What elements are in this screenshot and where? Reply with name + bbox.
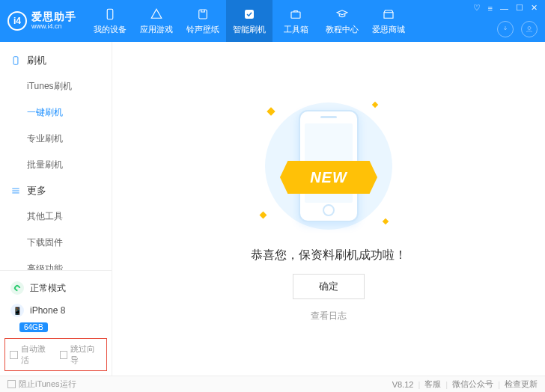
status-bar: 阻止iTunes运行 V8.12 | 客服 | 微信公众号 | 检查更新 — [0, 376, 545, 392]
svg-point-4 — [528, 27, 531, 30]
success-illustration: NEW — [243, 95, 415, 237]
sidebar-group-title: 更多 — [27, 184, 46, 197]
check-update-link[interactable]: 检查更新 — [505, 379, 538, 390]
logo-badge: i4 — [7, 11, 27, 31]
version-label: V8.12 — [392, 380, 414, 389]
checkbox-label: 跳过向导 — [70, 343, 102, 366]
sidebar-group-flash: 刷机 — [0, 48, 112, 73]
ok-button[interactable]: 确定 — [293, 274, 365, 299]
sidebar-item-itunes-flash[interactable]: iTunes刷机 — [0, 73, 112, 99]
tutorial-icon — [335, 7, 349, 21]
nav-label: 工具箱 — [284, 24, 308, 35]
nav-label: 智能刷机 — [233, 24, 266, 35]
checkbox-auto-activate[interactable]: 自动激活 — [10, 343, 52, 366]
view-log-link[interactable]: 查看日志 — [311, 310, 347, 322]
mode-label: 正常模式 — [30, 282, 66, 295]
ringtone-icon — [196, 7, 210, 21]
nav-label: 应用游戏 — [140, 24, 173, 35]
sidebar-item-other-tools[interactable]: 其他工具 — [0, 203, 112, 230]
window-controls: ♡ ≡ — ☐ ✕ — [473, 3, 538, 13]
device-icon — [103, 7, 117, 21]
store-icon — [382, 7, 395, 21]
nav-ringtones[interactable]: 铃声壁纸 — [180, 0, 226, 42]
sidebar-item-batch-flash[interactable]: 批量刷机 — [0, 152, 112, 178]
nav-store[interactable]: 爱思商城 — [365, 0, 412, 42]
nav-flash[interactable]: 智能刷机 — [226, 0, 272, 42]
nav-my-device[interactable]: 我的设备 — [87, 0, 133, 42]
minimize-icon[interactable]: — — [500, 4, 508, 13]
sidebar-item-download-firmware[interactable]: 下载固件 — [0, 230, 112, 256]
app-header: i4 爱思助手 www.i4.cn 我的设备 应用游戏 铃声壁纸 智能刷机 工具… — [0, 0, 545, 42]
new-ribbon: NEW — [280, 161, 377, 194]
checkbox-icon — [10, 351, 18, 359]
nav-label: 铃声壁纸 — [186, 24, 219, 35]
nav-tutorials[interactable]: 教程中心 — [319, 0, 365, 42]
sidebar-group-title: 刷机 — [27, 54, 46, 67]
app-logo: i4 爱思助手 www.i4.cn — [0, 11, 87, 31]
device-label: iPhone 8 — [30, 305, 65, 316]
checkbox-label: 自动激活 — [21, 343, 52, 366]
sidebar-item-oneclick-flash[interactable]: 一键刷机 — [0, 99, 112, 126]
menu-icon[interactable]: ♡ — [473, 3, 481, 13]
logo-title: 爱思助手 — [31, 11, 76, 22]
checkbox-block-itunes[interactable]: 阻止iTunes运行 — [7, 379, 76, 390]
toolbox-icon — [289, 7, 302, 21]
svg-rect-3 — [291, 12, 300, 18]
sidebar-group-more: 更多 — [0, 178, 112, 203]
support-link[interactable]: 客服 — [424, 379, 441, 390]
storage-badge: 64GB — [19, 322, 48, 332]
nav-label: 我的设备 — [94, 24, 127, 35]
flash-icon — [243, 7, 256, 21]
main-content: NEW 恭喜您，保资料刷机成功啦！ 确定 查看日志 — [112, 42, 545, 376]
flash-options-highlight: 自动激活 跳过向导 — [4, 338, 107, 371]
nav-apps[interactable]: 应用游戏 — [133, 0, 180, 42]
sidebar: 刷机 iTunes刷机 一键刷机 专业刷机 批量刷机 更多 其他工具 下载固件 … — [0, 42, 112, 376]
svg-rect-5 — [13, 57, 18, 65]
more-icon — [10, 186, 21, 196]
svg-rect-0 — [107, 9, 113, 19]
nav-toolbox[interactable]: 工具箱 — [272, 0, 319, 42]
checkbox-icon — [60, 351, 68, 359]
device-mode[interactable]: 正常模式 — [0, 277, 112, 299]
nav-label: 爱思商城 — [372, 24, 405, 35]
apps-icon — [150, 7, 163, 21]
device-icon: 📱 — [10, 304, 24, 317]
top-nav: 我的设备 应用游戏 铃声壁纸 智能刷机 工具箱 教程中心 爱思商城 — [87, 0, 412, 42]
logo-subtitle: www.i4.cn — [31, 23, 76, 31]
success-message: 恭喜您，保资料刷机成功啦！ — [251, 248, 407, 263]
checkbox-skip-guide[interactable]: 跳过向导 — [60, 343, 103, 366]
maximize-icon[interactable]: ☐ — [516, 3, 523, 13]
svg-rect-2 — [245, 10, 254, 19]
close-icon[interactable]: ✕ — [531, 3, 538, 13]
sidebar-item-advanced[interactable]: 高级功能 — [0, 256, 112, 270]
checkbox-label: 阻止iTunes运行 — [19, 379, 76, 390]
mode-icon — [10, 281, 24, 295]
wechat-link[interactable]: 微信公众号 — [452, 379, 493, 390]
nav-label: 教程中心 — [326, 24, 359, 35]
device-name[interactable]: 📱 iPhone 8 — [0, 299, 112, 322]
phone-icon — [10, 55, 21, 66]
checkbox-icon — [7, 380, 16, 388]
sidebar-item-pro-flash[interactable]: 专业刷机 — [0, 126, 112, 152]
user-icon[interactable] — [521, 21, 538, 37]
menu-icon[interactable]: ≡ — [488, 4, 493, 13]
svg-rect-1 — [199, 10, 207, 19]
download-icon[interactable] — [497, 21, 514, 37]
